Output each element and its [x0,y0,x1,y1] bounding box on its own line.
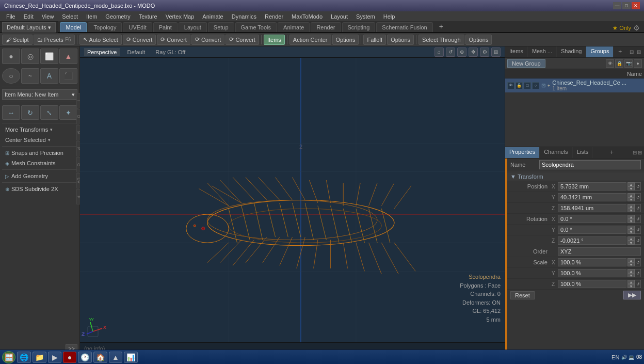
pos-y-down[interactable]: ▼ [627,197,635,201]
menu-dynamics[interactable]: Dynamics [228,12,261,21]
side-tab-i[interactable]: I [76,93,80,108]
circle-btn[interactable]: ○ [2,68,20,84]
side-tab-f[interactable]: F [76,189,80,204]
scale-x-val[interactable]: 100.0 % [558,258,626,266]
tab-layout[interactable]: Layout [179,22,207,32]
right-tab-mesh[interactable]: Mesh ... [528,46,557,57]
menu-view[interactable]: View [38,12,58,21]
groups-solo-btn[interactable]: ● [634,59,642,68]
scale-x-up[interactable]: ▲ [627,258,635,262]
sculpt-btn[interactable]: 🖌 Sculpt [2,35,33,45]
tab-setup[interactable]: Setup [208,22,234,32]
items-btn[interactable]: Items [264,35,285,45]
move-tool-btn[interactable]: ↔ [2,105,20,120]
default-layouts[interactable]: Default Layouts ▾ [2,22,56,33]
minimize-button[interactable]: — [613,2,621,9]
side-tab-uv[interactable]: UV [76,173,80,188]
tab-uvedit[interactable]: UVEdit [123,22,152,32]
name-prop-input[interactable] [539,160,641,169]
auto-select-btn[interactable]: ↖ Auto Select [79,35,122,45]
scale-z-val[interactable]: 100.0 % [558,280,626,288]
taskbar-start-btn[interactable]: 🪟 [2,351,15,363]
tab-scripting[interactable]: Scripting [342,22,376,32]
dot-btn[interactable]: ⬛ [59,68,77,84]
tab-paint[interactable]: Paint [153,22,178,32]
scale-y-up[interactable]: ▲ [627,269,635,273]
pos-z-reset[interactable]: ↺ [635,204,641,212]
center-selected-btn[interactable]: Center Selected ▾ [2,136,77,144]
only-btn[interactable]: ★ Only [613,25,631,31]
more-transforms-btn[interactable]: More Transforms ▾ [2,125,77,134]
props-expand-btn[interactable]: ⊞ [638,150,642,155]
menu-select[interactable]: Select [58,12,82,21]
rot-z-reset[interactable]: ↺ [635,236,641,245]
convert-btn-3[interactable]: ⟳ Convert [191,35,225,45]
props-tab-channels[interactable]: Channels [540,147,572,158]
rot-x-up[interactable]: ▲ [627,215,635,219]
taskbar-app-btn-2[interactable]: 🏠 [93,352,107,363]
torus-btn[interactable]: ◎ [21,49,39,64]
taskbar-clock-btn[interactable]: 🕐 [78,352,92,363]
menu-maxtomodo[interactable]: MaxToModo [287,12,327,21]
side-tab-c[interactable]: C [76,157,80,172]
rot-x-down[interactable]: ▼ [627,219,635,223]
groups-eye-btn[interactable]: 👁 [606,59,614,68]
rot-z-down[interactable]: ▼ [627,241,635,245]
rot-z-val[interactable]: -0.0021 ° [558,236,626,245]
scale-y-reset[interactable]: ↺ [635,269,641,277]
scale-z-up[interactable]: ▲ [627,280,635,284]
side-tab-d[interactable]: D [76,109,80,124]
vp-settings-btn[interactable]: ⚙ [480,48,489,57]
layer-eye-btn[interactable]: 👁 [507,82,514,89]
pos-y-reset[interactable]: ↺ [635,193,641,201]
scale-z-reset[interactable]: ↺ [635,280,641,288]
menu-texture[interactable]: Texture [135,12,162,21]
reset-btn[interactable]: Reset [510,291,535,299]
tab-topology[interactable]: Topology [88,22,122,32]
menu-file[interactable]: File [2,12,20,21]
pos-z-val[interactable]: 158.4941 um [558,204,626,212]
order-dropdown[interactable]: XYZ [558,247,641,256]
right-tab-shading[interactable]: Shading [557,46,586,57]
right-panel-expand-btn[interactable]: ⊞ [636,48,642,56]
vp-expand-btn[interactable]: ⊞ [491,48,501,57]
taskbar-media-btn[interactable]: ▶ [48,352,61,363]
scale-x-reset[interactable]: ↺ [635,258,641,266]
pos-z-down[interactable]: ▼ [627,208,635,212]
close-button[interactable]: ✕ [632,2,640,9]
mesh-constraints-btn[interactable]: ◈ Mesh Constraints [2,159,77,167]
options-btn-2[interactable]: Options [387,35,414,45]
action-center-btn[interactable]: Action Center [289,35,331,45]
taskbar-app-btn-1[interactable]: ● [63,352,76,363]
props-tab-lists[interactable]: Lists [573,147,593,158]
vp-tab-default[interactable]: Default [124,48,148,56]
snaps-btn[interactable]: ⊞ Snaps and Precision [2,149,77,157]
convert-btn-1[interactable]: ⟳ Convert [123,35,156,45]
pos-x-down[interactable]: ▼ [627,186,635,191]
layer-render-btn[interactable]: □ [524,82,531,89]
layer-row-1[interactable]: 👁 🔒 □ ○ ⊡ + Chinese_Red_Headed_Ce ... 1 … [505,78,644,92]
groups-render-btn[interactable]: 📷 [624,59,633,68]
text-btn[interactable]: A [40,68,58,84]
rot-z-up[interactable]: ▲ [627,236,635,241]
menu-system[interactable]: System [352,12,379,21]
layer-solo-btn[interactable]: ○ [532,82,539,89]
pos-x-val[interactable]: 5.7532 mm [558,182,626,191]
viewport[interactable]: Perspective Default Ray GL: Off ⌂ ↺ ⊕ ✥ … [80,46,505,354]
props-collapse-btn[interactable]: ⊟ [633,150,637,155]
menu-animate[interactable]: Animate [198,12,227,21]
side-tab-p[interactable]: P [76,141,80,156]
rot-y-val[interactable]: 0.0 ° [558,226,626,234]
tab-animate[interactable]: Animate [278,22,310,32]
menu-vertex-map[interactable]: Vertex Map [162,12,199,21]
scale-x-down[interactable]: ▼ [627,262,635,266]
sphere-btn[interactable]: ● [2,49,20,64]
convert-btn-4[interactable]: ⟳ Convert [226,35,259,45]
scale-z-down[interactable]: ▼ [627,284,635,288]
vp-pan-btn[interactable]: ✥ [469,48,478,57]
tab-add[interactable]: + [434,21,448,32]
menu-layout[interactable]: Layout [327,12,352,21]
options-btn-3[interactable]: Options [465,35,492,45]
menu-edit[interactable]: Edit [20,12,38,21]
groups-lock-btn[interactable]: 🔒 [615,59,623,68]
